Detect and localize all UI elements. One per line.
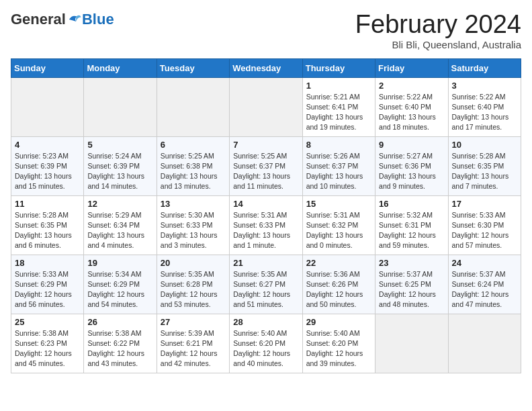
calendar-cell: 29Sunrise: 5:40 AMSunset: 6:20 PMDayligh… (302, 314, 375, 373)
day-info: Sunrise: 5:22 AMSunset: 6:40 PMDaylight:… (379, 92, 444, 133)
day-number: 15 (306, 199, 371, 209)
calendar-week-row: 1Sunrise: 5:21 AMSunset: 6:41 PMDaylight… (11, 77, 521, 136)
day-info: Sunrise: 5:23 AMSunset: 6:39 PMDaylight:… (15, 151, 80, 192)
calendar-week-row: 4Sunrise: 5:23 AMSunset: 6:39 PMDaylight… (11, 136, 521, 195)
calendar-cell (230, 77, 302, 136)
calendar-cell: 7Sunrise: 5:25 AMSunset: 6:37 PMDaylight… (230, 136, 302, 195)
weekday-header-thursday: Thursday (302, 58, 375, 77)
day-number: 16 (379, 199, 444, 209)
day-number: 1 (306, 81, 371, 91)
day-info: Sunrise: 5:35 AMSunset: 6:28 PMDaylight:… (161, 269, 226, 310)
day-number: 10 (452, 140, 517, 150)
day-number: 8 (306, 140, 371, 150)
logo: General Blue (11, 11, 114, 28)
weekday-header-wednesday: Wednesday (230, 58, 302, 77)
calendar-cell: 5Sunrise: 5:24 AMSunset: 6:39 PMDaylight… (84, 136, 157, 195)
day-number: 26 (87, 317, 152, 327)
calendar-cell: 18Sunrise: 5:33 AMSunset: 6:29 PMDayligh… (11, 255, 84, 314)
calendar-cell: 21Sunrise: 5:35 AMSunset: 6:27 PMDayligh… (230, 255, 302, 314)
logo-bird-icon (67, 12, 82, 27)
day-info: Sunrise: 5:33 AMSunset: 6:30 PMDaylight:… (452, 210, 517, 251)
day-number: 24 (452, 258, 517, 268)
day-info: Sunrise: 5:34 AMSunset: 6:29 PMDaylight:… (87, 269, 152, 310)
weekday-header-friday: Friday (375, 58, 448, 77)
day-number: 9 (379, 140, 444, 150)
day-number: 13 (161, 199, 226, 209)
day-info: Sunrise: 5:25 AMSunset: 6:38 PMDaylight:… (161, 151, 226, 192)
day-number: 14 (233, 199, 298, 209)
calendar-cell: 24Sunrise: 5:37 AMSunset: 6:24 PMDayligh… (448, 255, 521, 314)
title-block: February 2024 Bli Bli, Queensland, Austr… (355, 11, 521, 50)
calendar-cell: 28Sunrise: 5:40 AMSunset: 6:20 PMDayligh… (230, 314, 302, 373)
weekday-header-monday: Monday (84, 58, 157, 77)
calendar-cell (11, 77, 84, 136)
day-info: Sunrise: 5:31 AMSunset: 6:33 PMDaylight:… (233, 210, 298, 251)
calendar-cell: 25Sunrise: 5:38 AMSunset: 6:23 PMDayligh… (11, 314, 84, 373)
day-number: 28 (233, 317, 298, 327)
day-number: 29 (306, 317, 371, 327)
calendar-cell: 4Sunrise: 5:23 AMSunset: 6:39 PMDaylight… (11, 136, 84, 195)
day-info: Sunrise: 5:39 AMSunset: 6:21 PMDaylight:… (161, 328, 226, 369)
calendar-cell: 14Sunrise: 5:31 AMSunset: 6:33 PMDayligh… (230, 195, 302, 255)
day-number: 22 (306, 258, 371, 268)
day-info: Sunrise: 5:37 AMSunset: 6:24 PMDaylight:… (452, 269, 517, 310)
calendar-cell: 11Sunrise: 5:28 AMSunset: 6:35 PMDayligh… (11, 195, 84, 255)
day-number: 7 (233, 140, 298, 150)
calendar-cell (448, 314, 521, 373)
calendar-cell: 6Sunrise: 5:25 AMSunset: 6:38 PMDaylight… (157, 136, 229, 195)
day-info: Sunrise: 5:29 AMSunset: 6:34 PMDaylight:… (87, 210, 152, 251)
calendar-cell: 2Sunrise: 5:22 AMSunset: 6:40 PMDaylight… (375, 77, 448, 136)
calendar-cell: 27Sunrise: 5:39 AMSunset: 6:21 PMDayligh… (157, 314, 229, 373)
weekday-header-sunday: Sunday (11, 58, 84, 77)
calendar-cell: 10Sunrise: 5:28 AMSunset: 6:35 PMDayligh… (448, 136, 521, 195)
calendar-cell: 20Sunrise: 5:35 AMSunset: 6:28 PMDayligh… (157, 255, 229, 314)
day-number: 12 (87, 199, 152, 209)
day-number: 6 (161, 140, 226, 150)
day-number: 3 (452, 81, 517, 91)
calendar-table: SundayMondayTuesdayWednesdayThursdayFrid… (11, 58, 521, 373)
day-info: Sunrise: 5:38 AMSunset: 6:23 PMDaylight:… (15, 328, 80, 369)
day-info: Sunrise: 5:28 AMSunset: 6:35 PMDaylight:… (15, 210, 80, 251)
day-number: 18 (15, 258, 80, 268)
weekday-header-saturday: Saturday (448, 58, 521, 77)
day-info: Sunrise: 5:25 AMSunset: 6:37 PMDaylight:… (233, 151, 298, 192)
day-number: 27 (161, 317, 226, 327)
calendar-cell: 8Sunrise: 5:26 AMSunset: 6:37 PMDaylight… (302, 136, 375, 195)
calendar-cell (157, 77, 229, 136)
day-number: 25 (15, 317, 80, 327)
calendar-cell: 22Sunrise: 5:36 AMSunset: 6:26 PMDayligh… (302, 255, 375, 314)
calendar-cell (375, 314, 448, 373)
day-number: 11 (15, 199, 80, 209)
day-info: Sunrise: 5:40 AMSunset: 6:20 PMDaylight:… (233, 328, 298, 369)
day-info: Sunrise: 5:37 AMSunset: 6:25 PMDaylight:… (379, 269, 444, 310)
calendar-cell: 19Sunrise: 5:34 AMSunset: 6:29 PMDayligh… (84, 255, 157, 314)
calendar-cell: 9Sunrise: 5:27 AMSunset: 6:36 PMDaylight… (375, 136, 448, 195)
calendar-week-row: 25Sunrise: 5:38 AMSunset: 6:23 PMDayligh… (11, 314, 521, 373)
day-number: 19 (87, 258, 152, 268)
calendar-cell: 15Sunrise: 5:31 AMSunset: 6:32 PMDayligh… (302, 195, 375, 255)
logo-general-text: General (11, 11, 66, 28)
day-info: Sunrise: 5:24 AMSunset: 6:39 PMDaylight:… (87, 151, 152, 192)
day-number: 17 (452, 199, 517, 209)
day-info: Sunrise: 5:26 AMSunset: 6:37 PMDaylight:… (306, 151, 371, 192)
calendar-week-row: 11Sunrise: 5:28 AMSunset: 6:35 PMDayligh… (11, 195, 521, 255)
calendar-cell: 16Sunrise: 5:32 AMSunset: 6:31 PMDayligh… (375, 195, 448, 255)
calendar-cell: 17Sunrise: 5:33 AMSunset: 6:30 PMDayligh… (448, 195, 521, 255)
calendar-week-row: 18Sunrise: 5:33 AMSunset: 6:29 PMDayligh… (11, 255, 521, 314)
day-info: Sunrise: 5:22 AMSunset: 6:40 PMDaylight:… (452, 92, 517, 133)
logo-blue-text: Blue (82, 11, 114, 28)
day-info: Sunrise: 5:36 AMSunset: 6:26 PMDaylight:… (306, 269, 371, 310)
calendar-cell: 12Sunrise: 5:29 AMSunset: 6:34 PMDayligh… (84, 195, 157, 255)
day-info: Sunrise: 5:31 AMSunset: 6:32 PMDaylight:… (306, 210, 371, 251)
calendar-cell: 13Sunrise: 5:30 AMSunset: 6:33 PMDayligh… (157, 195, 229, 255)
calendar-cell: 3Sunrise: 5:22 AMSunset: 6:40 PMDaylight… (448, 77, 521, 136)
calendar-cell: 1Sunrise: 5:21 AMSunset: 6:41 PMDaylight… (302, 77, 375, 136)
day-info: Sunrise: 5:38 AMSunset: 6:22 PMDaylight:… (87, 328, 152, 369)
day-info: Sunrise: 5:32 AMSunset: 6:31 PMDaylight:… (379, 210, 444, 251)
calendar-header-row: SundayMondayTuesdayWednesdayThursdayFrid… (11, 58, 521, 77)
day-number: 4 (15, 140, 80, 150)
day-info: Sunrise: 5:21 AMSunset: 6:41 PMDaylight:… (306, 92, 371, 133)
calendar-subtitle: Bli Bli, Queensland, Australia (355, 39, 521, 50)
day-info: Sunrise: 5:35 AMSunset: 6:27 PMDaylight:… (233, 269, 298, 310)
day-number: 5 (87, 140, 152, 150)
